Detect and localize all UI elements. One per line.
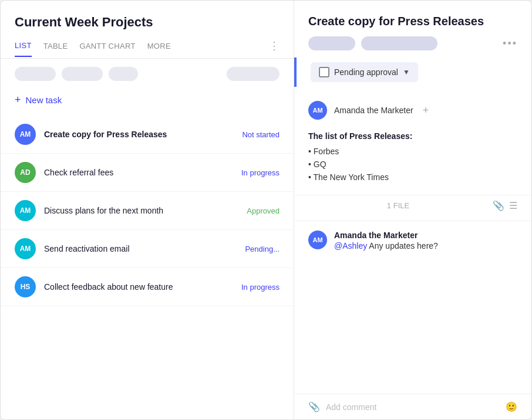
status-checkbox[interactable]: [319, 67, 329, 77]
list-item: • GQ: [308, 160, 517, 169]
filter-pill-3[interactable]: [109, 67, 138, 81]
tab-list[interactable]: LIST: [15, 41, 32, 57]
filter-row: [1, 59, 294, 89]
avatar: AM: [15, 200, 36, 221]
file-count: 1 FILE: [308, 201, 488, 210]
tabs-row: LIST TABLE GANTT CHART MORE ⋮: [1, 39, 294, 59]
tabs-overflow-icon[interactable]: ⋮: [269, 39, 280, 58]
new-task-label: New task: [26, 95, 62, 105]
app-container: Current Week Projects LIST TABLE GANTT C…: [0, 0, 532, 420]
commenter-avatar: AM: [308, 231, 327, 249]
task-status: In progress: [241, 168, 280, 177]
task-list: AM Create copy for Press Releases Not st…: [1, 116, 294, 419]
avatar: AM: [15, 238, 36, 259]
tab-gantt[interactable]: GANTT CHART: [79, 42, 135, 56]
add-assignee-button[interactable]: +: [423, 104, 429, 117]
status-bar: Pending approval ▼: [294, 57, 531, 87]
right-panel: Create copy for Press Releases ••• Pendi…: [294, 1, 531, 419]
filter-pill-2[interactable]: [62, 67, 103, 81]
task-name: Send reactivation email: [44, 244, 237, 253]
task-status: In progress: [241, 283, 280, 292]
list-icon[interactable]: ☰: [509, 200, 517, 211]
assignee-avatar: AM: [308, 101, 327, 120]
avatar: HS: [15, 276, 36, 297]
add-comment-input[interactable]: Add comment: [326, 402, 500, 412]
add-comment-row: 📎 Add comment 🙂: [294, 394, 531, 419]
left-panel: Current Week Projects LIST TABLE GANTT C…: [1, 1, 294, 419]
mention-link[interactable]: @Ashley: [334, 241, 367, 250]
assignee-name: Amanda the Marketer: [334, 106, 413, 115]
task-status: Pending...: [245, 245, 280, 253]
task-name: Discuss plans for the next month: [44, 206, 238, 215]
emoji-icon[interactable]: 🙂: [506, 401, 517, 412]
task-name: Collect feedback about new feature: [44, 282, 233, 292]
tab-more[interactable]: MORE: [147, 42, 171, 56]
attachment-icon[interactable]: 📎: [308, 401, 320, 412]
file-row: 1 FILE 📎 ☰: [294, 195, 531, 221]
chevron-down-icon: ▼: [403, 68, 410, 76]
description-title: The list of Press Releases:: [308, 131, 517, 141]
filter-pill-1[interactable]: [15, 67, 56, 81]
right-tab-pill-1[interactable]: [308, 36, 355, 50]
filter-pill-right[interactable]: [227, 67, 280, 81]
task-status: Not started: [242, 130, 280, 139]
table-row[interactable]: AM Create copy for Press Releases Not st…: [1, 116, 294, 154]
assignee-row: AM Amanda the Marketer +: [294, 96, 531, 129]
task-name: Check referral fees: [44, 168, 233, 177]
status-dropdown[interactable]: Pending approval ▼: [311, 62, 418, 82]
list-item: • The New York Times: [308, 172, 517, 182]
comment-text: @Ashley Any updates here?: [334, 241, 517, 250]
comment-section: AM Amanda the Marketer @Ashley Any updat…: [294, 221, 531, 394]
task-status: Approved: [247, 206, 280, 215]
right-tab-pill-2[interactable]: [361, 36, 437, 50]
avatar: AM: [15, 124, 36, 145]
table-row[interactable]: AM Send reactivation email Pending...: [1, 230, 294, 268]
comment-content: Amanda the Marketer @Ashley Any updates …: [334, 231, 517, 250]
table-row[interactable]: HS Collect feedback about new feature In…: [1, 268, 294, 306]
right-tab-dots-icon[interactable]: •••: [503, 38, 517, 50]
task-name: Create copy for Press Releases: [44, 130, 234, 139]
detail-title: Create copy for Press Releases: [294, 15, 531, 36]
table-row[interactable]: AM Discuss plans for the next month Appr…: [1, 192, 294, 230]
task-description: The list of Press Releases: • Forbes • G…: [294, 129, 531, 195]
comment-author: Amanda the Marketer: [334, 231, 517, 240]
comment-row: AM Amanda the Marketer @Ashley Any updat…: [308, 231, 517, 250]
avatar: AD: [15, 162, 36, 183]
attachment-icon[interactable]: 📎: [493, 200, 504, 211]
tab-table[interactable]: TABLE: [43, 42, 68, 56]
new-task-row[interactable]: + New task: [1, 89, 294, 116]
table-row[interactable]: AD Check referral fees In progress: [1, 154, 294, 192]
new-task-plus-icon: +: [15, 94, 21, 106]
list-item: • Forbes: [308, 147, 517, 156]
status-dropdown-label: Pending approval: [334, 67, 398, 77]
right-tabs-row: •••: [294, 36, 531, 57]
page-title: Current Week Projects: [1, 15, 294, 39]
